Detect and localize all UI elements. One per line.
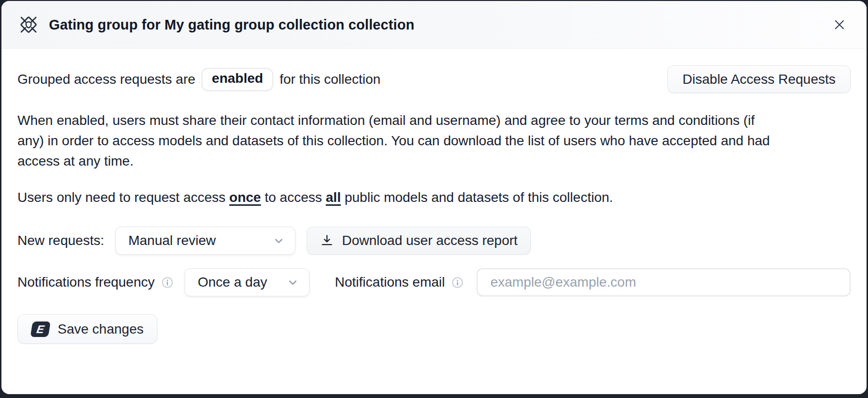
info-icon — [451, 276, 464, 289]
save-changes-button[interactable]: E Save changes — [17, 314, 157, 344]
new-requests-selected-value: Manual review — [128, 233, 216, 248]
chevron-down-icon — [286, 276, 299, 289]
notifications-frequency-label-group: Notifications frequency — [17, 275, 174, 290]
access-note: Users only need to request access once t… — [17, 187, 851, 208]
enterprise-icon: E — [30, 321, 50, 337]
notifications-frequency-label: Notifications frequency — [17, 275, 155, 290]
status-text: Grouped access requests are enabled for … — [17, 68, 381, 91]
chevron-down-icon — [272, 234, 285, 247]
close-icon — [833, 18, 846, 31]
close-button[interactable] — [830, 15, 849, 34]
status-row: Grouped access requests are enabled for … — [17, 65, 851, 93]
status-suffix: for this collection — [279, 72, 381, 87]
notifications-frequency-select[interactable]: Once a day — [185, 268, 310, 296]
download-user-access-report-button[interactable]: Download user access report — [307, 227, 531, 255]
notifications-email-input[interactable] — [477, 268, 851, 296]
gating-group-modal: Gating group for My gating group collect… — [1, 1, 867, 394]
download-icon — [320, 233, 334, 248]
modal-body: Grouped access requests are enabled for … — [1, 49, 867, 344]
note-part2: to access — [261, 190, 326, 205]
save-button-label: Save changes — [58, 321, 143, 337]
notifications-email-label-group: Notifications email — [335, 275, 464, 290]
note-once-emphasis: once — [229, 190, 261, 205]
new-requests-label: New requests: — [17, 233, 104, 248]
note-all-emphasis: all — [326, 190, 341, 205]
notifications-email-label: Notifications email — [335, 275, 445, 290]
gating-group-icon — [18, 14, 39, 35]
enabled-status-badge: enabled — [202, 68, 273, 91]
email-info-button[interactable] — [451, 276, 464, 289]
frequency-selected-value: Once a day — [198, 275, 267, 290]
status-prefix: Grouped access requests are — [17, 72, 195, 87]
frequency-info-button[interactable] — [161, 276, 174, 289]
note-part3: public models and datasets of this colle… — [341, 190, 613, 205]
notifications-row: Notifications frequency Once a day — [17, 268, 851, 296]
gating-description: When enabled, users must share their con… — [17, 110, 773, 171]
note-part1: Users only need to request access — [17, 190, 229, 205]
page-title: Gating group for My gating group collect… — [49, 17, 415, 33]
new-requests-select[interactable]: Manual review — [115, 227, 295, 255]
disable-access-requests-button[interactable]: Disable Access Requests — [667, 65, 851, 93]
download-button-label: Download user access report — [342, 233, 518, 248]
new-requests-row: New requests: Manual review Download use… — [17, 227, 851, 255]
info-icon — [161, 276, 174, 289]
modal-header: Gating group for My gating group collect… — [1, 1, 867, 49]
